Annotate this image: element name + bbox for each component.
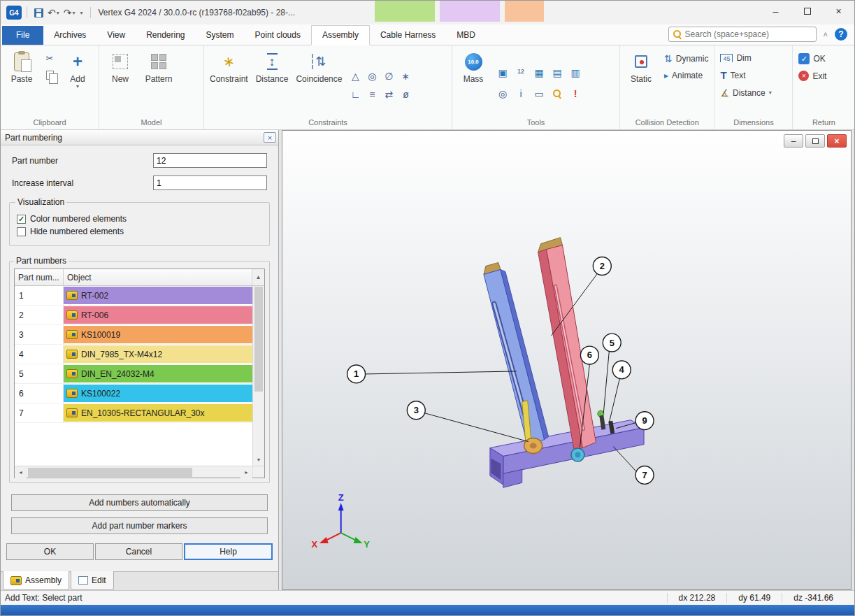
- scroll-right-button[interactable]: ►: [240, 466, 252, 478]
- ok-button[interactable]: OK: [6, 543, 94, 560]
- table-row[interactable]: 7 EN_10305-RECTANGULAR_30x: [15, 403, 252, 423]
- app-logo-icon[interactable]: G4: [6, 6, 22, 20]
- save-button[interactable]: [32, 8, 45, 17]
- diameter-constraint-icon[interactable]: ø: [397, 86, 414, 103]
- table-row[interactable]: 1 RT-002: [15, 286, 252, 306]
- placeholder-icon[interactable]: ▭: [530, 85, 548, 103]
- dim-button[interactable]: 45 Dim: [717, 51, 774, 65]
- help-button[interactable]: Help: [184, 543, 273, 560]
- column-header-object[interactable]: Object: [64, 269, 252, 285]
- animate-collision-button[interactable]: ▸ Animate: [661, 69, 711, 83]
- column-header-part-num[interactable]: Part num...: [15, 269, 64, 285]
- dynamic-collision-button[interactable]: ⇅ Dynamic: [661, 51, 711, 66]
- balloon-3[interactable]: 3: [407, 401, 528, 442]
- table-row[interactable]: 3 KS100019: [15, 325, 252, 345]
- scrollbar-thumb[interactable]: [28, 468, 192, 477]
- cut-icon[interactable]: ✂: [42, 51, 57, 65]
- add-part-number-markers-button[interactable]: Add part number markers: [11, 517, 268, 534]
- tab-cable-harness[interactable]: Cable Harness: [370, 26, 446, 45]
- help-icon[interactable]: ?: [835, 28, 847, 41]
- scroll-up-button[interactable]: ▲: [252, 269, 264, 285]
- settings-icon[interactable]: ◎: [494, 85, 512, 103]
- resize-grip[interactable]: [845, 591, 854, 605]
- undo-button[interactable]: ↶▾: [45, 7, 62, 18]
- table-row[interactable]: 4 DIN_7985_TX-M4x12: [15, 345, 252, 364]
- search-input[interactable]: [685, 29, 812, 39]
- paste-button[interactable]: Paste: [3, 48, 40, 84]
- increase-interval-input[interactable]: [153, 176, 267, 190]
- right-arm-part[interactable]: [538, 238, 596, 451]
- checkbox-icon[interactable]: [17, 227, 26, 236]
- text-button[interactable]: T Text: [717, 67, 774, 83]
- pattern-button[interactable]: Pattern: [141, 48, 177, 84]
- tab-archives[interactable]: Archives: [43, 26, 96, 45]
- part-number-input[interactable]: [153, 153, 267, 168]
- coincidence-button[interactable]: ⇅ Coincidence: [293, 48, 345, 84]
- left-arm-part[interactable]: [484, 263, 549, 445]
- model-viewport[interactable]: – ×: [282, 130, 852, 590]
- tab-system[interactable]: System: [196, 26, 245, 45]
- vertical-scrollbar[interactable]: ▼: [252, 286, 264, 466]
- color-numbered-checkbox[interactable]: Color numbered elements: [17, 214, 262, 224]
- static-collision-button[interactable]: Static: [623, 48, 659, 84]
- measure-icon[interactable]: ▣: [494, 64, 512, 82]
- exit-ribbon-button[interactable]: × Exit: [796, 69, 829, 83]
- tab-mbd[interactable]: MBD: [446, 26, 486, 45]
- tab-assembly[interactable]: Assembly: [311, 25, 370, 45]
- tab-point-clouds[interactable]: Point clouds: [245, 26, 311, 45]
- tangent-constraint-icon[interactable]: △: [347, 68, 364, 85]
- concentric-constraint-icon[interactable]: ◎: [364, 68, 380, 85]
- warning-icon[interactable]: !: [566, 85, 584, 103]
- parallel-constraint-icon[interactable]: ≡: [364, 86, 380, 103]
- redo-button[interactable]: ↷▾: [62, 7, 78, 18]
- constraint-button[interactable]: ∗ Constraint: [207, 48, 251, 84]
- assembly-3d-view[interactable]: 1 2 3 4: [282, 131, 851, 589]
- cancel-button[interactable]: Cancel: [95, 543, 182, 560]
- tab-view[interactable]: View: [96, 26, 136, 45]
- copy-icon[interactable]: [42, 68, 57, 82]
- bottom-tab-edit[interactable]: Edit: [71, 571, 114, 590]
- numbering-icon[interactable]: ¹²: [512, 64, 530, 82]
- balloon-4[interactable]: 4: [609, 361, 631, 423]
- collapse-ribbon-icon[interactable]: ˄: [824, 30, 828, 38]
- perpendicular-constraint-icon[interactable]: ∟: [347, 86, 364, 103]
- swap-constraint-icon[interactable]: ⇄: [380, 86, 397, 103]
- panel-split-icon[interactable]: ▥: [566, 64, 584, 82]
- search-box[interactable]: [668, 27, 817, 42]
- base-bracket-part[interactable]: [490, 420, 644, 488]
- close-button[interactable]: ×: [823, 1, 854, 22]
- scroll-down-button[interactable]: ▼: [253, 454, 264, 466]
- table-row[interactable]: 6 KS100022: [15, 384, 252, 403]
- zoom-tool-icon[interactable]: [548, 85, 566, 103]
- blue-screw-part[interactable]: [571, 448, 584, 461]
- table-row[interactable]: 5 DIN_EN_24032-M4: [15, 364, 252, 384]
- minimize-button[interactable]: –: [760, 1, 791, 22]
- new-button[interactable]: New: [102, 48, 138, 84]
- ok-ribbon-button[interactable]: ✓ OK: [796, 51, 829, 66]
- qat-customize-button[interactable]: ▾: [78, 10, 85, 16]
- symmetry-constraint-icon[interactable]: ∗: [397, 68, 414, 85]
- swatch-orange[interactable]: [505, 1, 544, 22]
- mass-button[interactable]: 10.0 Mass: [455, 48, 491, 84]
- bottom-tab-assembly[interactable]: Assembly: [3, 571, 69, 590]
- orange-cylinder-part[interactable]: [524, 438, 543, 454]
- scroll-left-button[interactable]: ◄: [15, 466, 27, 478]
- scrollbar-thumb[interactable]: [254, 287, 263, 392]
- hide-numbered-checkbox[interactable]: Hide numbered elements: [17, 227, 262, 236]
- swatch-green[interactable]: [375, 1, 435, 22]
- maximize-button[interactable]: [791, 1, 823, 22]
- tab-file[interactable]: File: [2, 26, 43, 45]
- viewport-restore-button[interactable]: [805, 134, 825, 148]
- angle-constraint-icon[interactable]: ∅: [380, 68, 397, 85]
- panel-view-icon[interactable]: ▤: [548, 64, 566, 82]
- distance-constraint-button[interactable]: ↕ Distance: [253, 48, 292, 84]
- panel-close-button[interactable]: ×: [264, 132, 276, 143]
- tab-rendering[interactable]: Rendering: [136, 26, 195, 45]
- table-row[interactable]: 2 RT-006: [15, 306, 252, 325]
- distance-dim-button[interactable]: ∡ Distance ▾: [717, 85, 774, 101]
- balloon-7[interactable]: 7: [613, 447, 654, 485]
- horizontal-scrollbar[interactable]: ◄ ►: [15, 466, 264, 478]
- add-numbers-automatically-button[interactable]: Add numbers automatically: [11, 494, 268, 511]
- checkbox-icon[interactable]: [17, 215, 26, 224]
- viewport-close-button[interactable]: ×: [827, 134, 847, 148]
